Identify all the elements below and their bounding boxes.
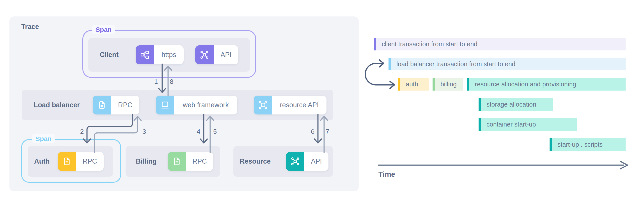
timeline-bar-start-up-scripts: start-up . scripts [550,138,626,151]
arrow-number-7: 7 [326,128,329,135]
document-icon [93,96,111,114]
billing-rpc-chip-label: RPC [186,152,213,171]
timeline-bar-resource-allocation: resource allocation and provisioning [467,78,626,91]
bar-cap [398,78,400,91]
resource-api-chip: API [286,152,328,171]
client-label: Client [100,51,118,59]
lb-rpc-chip-label: RPC [111,96,139,114]
bar-cap [388,58,391,70]
arrow-number-8: 8 [170,78,174,85]
network-nodes-icon [195,45,214,64]
bar-cap [550,138,552,151]
arrow-number-6: 6 [311,128,315,135]
document-icon [58,152,76,171]
resource-api-chip-label: API [304,152,328,171]
document-icon [168,152,186,171]
bar-cap [478,98,481,111]
bar-label: container start-up [486,121,536,128]
auth-span-tag: Span [32,134,55,143]
arrow-number-4: 4 [197,128,200,135]
auth-label: Auth [34,157,50,165]
laptop-icon [156,96,174,114]
lb-web-framework-chip: web framework [156,96,237,114]
client-api-chip: API [195,45,238,64]
network-nodes-icon [254,96,272,114]
https-chip-label: https [154,45,184,64]
resource-box: Resource API [233,146,333,177]
trace-title: Trace [21,23,39,31]
resource-label: Resource [240,157,270,165]
timeline-bar-billing: billing [432,78,463,91]
bar-label: load balancer transaction from start to … [396,61,516,68]
auth-box: Auth RPC [28,146,113,177]
bar-label: auth [406,81,418,88]
bar-label: storage allocation [486,101,536,108]
client-https-chip: https [136,45,184,64]
timeline-bar-container-start-up: container start-up [478,118,577,131]
bar-cap [432,78,435,91]
time-axis-arrow [378,161,628,169]
billing-box: Billing RPC [126,146,220,177]
bar-label: start-up . scripts [558,141,602,148]
lb-rpc-chip: RPC [93,96,139,114]
timeline-bar-load-balancer: load balancer transaction from start to … [388,58,626,70]
time-axis-label: Time [378,170,395,178]
client-span-tag: Span [92,25,115,34]
sitemap-icon [136,45,154,64]
bar-label: resource allocation and provisioning [475,81,576,88]
arrow-number-5: 5 [213,128,217,135]
bar-cap [478,118,481,131]
network-nodes-icon [286,152,304,171]
lb-resource-api-chip: resource API [254,96,326,114]
bar-label: client transaction from start to end [382,41,478,48]
arrow-number-3: 3 [142,128,146,135]
timeline-bar-auth: auth [398,78,428,91]
auth-rpc-chip-label: RPC [76,152,104,171]
lb-resource-api-chip-label: resource API [272,96,326,114]
bar-cap [374,38,376,50]
lb-web-framework-chip-label: web framework [174,96,237,114]
billing-rpc-chip: RPC [168,152,213,171]
load-balancer-label: Load balancer [34,101,80,109]
bar-cap [467,78,469,91]
timeline-bar-client: client transaction from start to end [374,38,626,50]
api-chip-label: API [214,45,238,64]
client-box: Client https API [88,38,250,72]
trace-span-diagram: Trace Span Client https [0,0,644,207]
timeline-bar-storage-allocation: storage allocation [478,98,553,111]
arrow-number-1: 1 [154,78,158,85]
billing-label: Billing [136,157,157,165]
load-balancer-box: Load balancer RPC web framework [22,90,333,120]
auth-rpc-chip: RPC [58,152,104,171]
bar-label: billing [440,81,457,88]
arrow-number-2: 2 [80,128,84,135]
